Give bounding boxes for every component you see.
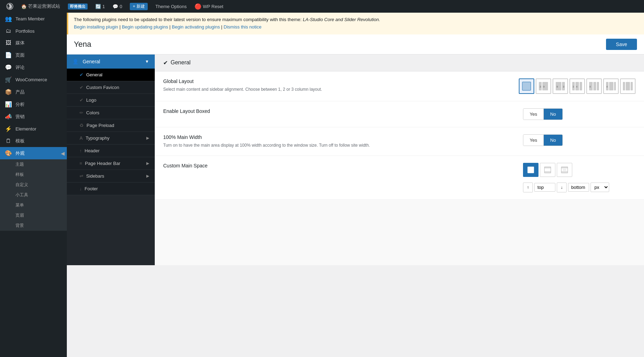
- svg-rect-1: [522, 82, 531, 90]
- sidebar-item-templates[interactable]: 🗒 模板: [0, 135, 67, 147]
- sidebar-item-header[interactable]: 页眉: [0, 210, 67, 221]
- header-icon: ↑: [79, 148, 82, 153]
- sidebar-item-products[interactable]: 📦 产品: [0, 86, 67, 98]
- layout-3col2-btn[interactable]: 8: [586, 78, 602, 94]
- space-type-1-btn[interactable]: [523, 163, 538, 177]
- top-input[interactable]: [534, 183, 555, 192]
- team-icon: 👥: [5, 15, 12, 22]
- svg-rect-21: [609, 82, 613, 90]
- pencil-icon: ✏: [79, 110, 83, 115]
- main-width-control: Yes No: [523, 134, 636, 146]
- options-nav-general[interactable]: ✔ General: [67, 69, 155, 81]
- options-section-general[interactable]: 👤 General ▼: [67, 55, 155, 69]
- checkmark-icon: ✔: [79, 85, 83, 90]
- svg-text:8: 8: [589, 85, 591, 88]
- sidebars-icon: ⇌: [79, 173, 83, 179]
- main-width-no[interactable]: No: [544, 135, 562, 146]
- begin-activating-link[interactable]: Begin activating plugins: [172, 24, 220, 30]
- sidebar-item-analytics[interactable]: 📊 分析: [0, 98, 67, 110]
- main-width-yn: Yes No: [523, 134, 563, 146]
- sidebar-item-comments[interactable]: 💬 评论: [0, 61, 67, 74]
- svg-rect-28: [528, 168, 533, 171]
- options-nav-page-preload[interactable]: ♻ Page Preload: [67, 119, 155, 132]
- new-item[interactable]: + 新建: [127, 3, 150, 10]
- comments-item[interactable]: 💬 0: [110, 4, 125, 9]
- sidebar-item-elementor[interactable]: ⚡ Elementor: [0, 123, 67, 135]
- bottom-input[interactable]: [568, 183, 589, 192]
- options-content: ✔ General Global Layout Select main cont…: [155, 55, 644, 265]
- sidebars-arrow-icon: ▶: [146, 174, 149, 178]
- options-nav-sidebars[interactable]: ⇌ Sidebars ▶: [67, 170, 155, 183]
- sidebar-item-customize[interactable]: 自定义: [0, 180, 67, 190]
- save-button[interactable]: Save: [606, 39, 637, 50]
- options-nav-custom-favicon[interactable]: ✔ Custom Favicon: [67, 81, 155, 94]
- wp-logo[interactable]: [4, 3, 16, 10]
- sidebar-item-background[interactable]: 背景: [0, 221, 67, 231]
- layout-3col3-btn[interactable]: 4: [603, 78, 619, 94]
- typography-arrow-icon: ▶: [146, 136, 149, 140]
- sidebar-item-widgets[interactable]: 小工具: [0, 190, 67, 200]
- recycle-icon: ♻: [79, 123, 84, 128]
- footer-icon: ↓: [79, 186, 82, 191]
- bottom-down-arrow-btn[interactable]: ↓: [557, 183, 567, 192]
- layout-2col-left-btn[interactable]: 3 9: [536, 78, 551, 94]
- layout-boxed-yes[interactable]: Yes: [523, 109, 544, 120]
- plugin-notice: The following plugins need to be updated…: [67, 13, 644, 34]
- layout-boxed-no[interactable]: No: [544, 109, 562, 120]
- layout-boxed-control: Yes No: [523, 108, 636, 120]
- pages-icon: 📄: [5, 52, 12, 58]
- sidebar-item-marketing[interactable]: 📣 营销: [0, 110, 67, 123]
- sidebar-item-portfolios[interactable]: 🗂 Portfolios: [0, 25, 67, 37]
- sidebar-item-theme[interactable]: 主题: [0, 159, 67, 170]
- svg-text:3: 3: [573, 85, 574, 88]
- layout-1col-btn[interactable]: [519, 78, 534, 94]
- svg-text:9: 9: [543, 85, 545, 88]
- svg-rect-13: [580, 82, 582, 90]
- theme-title-bar: Yena Save: [67, 34, 644, 54]
- comments-icon: 💬: [5, 64, 12, 71]
- typography-icon: A: [79, 135, 83, 141]
- layout-last-btn[interactable]: [620, 78, 636, 94]
- space-type-selector: [523, 163, 572, 177]
- unit-select[interactable]: px em %: [591, 183, 609, 192]
- options-nav-footer[interactable]: ↓ Footer: [67, 183, 155, 195]
- products-icon: 📦: [5, 89, 12, 95]
- begin-installing-link[interactable]: Begin installing plugin: [74, 24, 118, 30]
- portfolio-icon: 🗂: [5, 28, 12, 34]
- sidebar-item-appearance[interactable]: 🎨 外观 ◀: [0, 147, 67, 159]
- checkmark-icon: ✔: [79, 72, 83, 77]
- space-inputs: ↑ ↓ px em %: [523, 183, 609, 192]
- space-type-2-btn[interactable]: [540, 163, 555, 177]
- begin-updating-link[interactable]: Begin updating plugins: [122, 24, 168, 30]
- wp-reset-item[interactable]: 🔴 WP Reset: [192, 3, 226, 10]
- sidebar-item-sample[interactable]: 样板: [0, 170, 67, 180]
- main-width-desc: Turn on to have the main area display at…: [163, 142, 509, 148]
- content-header-check-icon: ✔: [163, 59, 168, 66]
- layout-2col-right-btn[interactable]: 9 3: [553, 78, 568, 94]
- options-nav-colors[interactable]: ✏ Colors: [67, 107, 155, 119]
- sidebar-item-pages[interactable]: 📄 页面: [0, 49, 67, 61]
- options-nav-typography[interactable]: A Typography ▶: [67, 132, 155, 145]
- dismiss-notice-link[interactable]: Dismiss this notice: [224, 24, 262, 30]
- woo-icon: 🛒: [5, 76, 12, 83]
- options-nav-logo[interactable]: ✔ Logo: [67, 94, 155, 107]
- site-name[interactable]: 🏠 芒果运营测试站: [18, 3, 63, 9]
- section-chevron-icon: ▼: [145, 59, 149, 64]
- space-type-3-btn[interactable]: [557, 163, 572, 177]
- options-sidebar: 👤 General ▼ ✔ General ✔ Custom Favicon ✔…: [67, 55, 155, 265]
- options-nav-header[interactable]: ↑ Header: [67, 145, 155, 157]
- sidebar-item-menus[interactable]: 菜单: [0, 200, 67, 210]
- sidebar-item-media[interactable]: 🖼 媒体: [0, 37, 67, 49]
- main-width-yes[interactable]: Yes: [523, 135, 544, 146]
- admin-bar: 🏠 芒果运营测试站 即将推出 🔄 1 💬 0 + 新建 Theme Option…: [0, 0, 644, 13]
- options-nav-page-header-bar[interactable]: ≡ Page Header Bar ▶: [67, 157, 155, 170]
- general-section-icon: 👤: [72, 59, 78, 64]
- templates-icon: 🗒: [5, 138, 12, 144]
- layout-3col-btn[interactable]: 3 4: [569, 78, 585, 94]
- theme-options-item[interactable]: Theme Options: [153, 4, 190, 9]
- sidebar-item-team-member[interactable]: 👥 Team Member: [0, 13, 67, 25]
- top-input-group: ↑: [523, 183, 555, 192]
- sidebar-item-woocommerce[interactable]: 🛒 WooCommerce: [0, 74, 67, 86]
- updates-item[interactable]: 🔄 1: [93, 4, 108, 9]
- top-up-arrow-btn[interactable]: ↑: [523, 183, 533, 192]
